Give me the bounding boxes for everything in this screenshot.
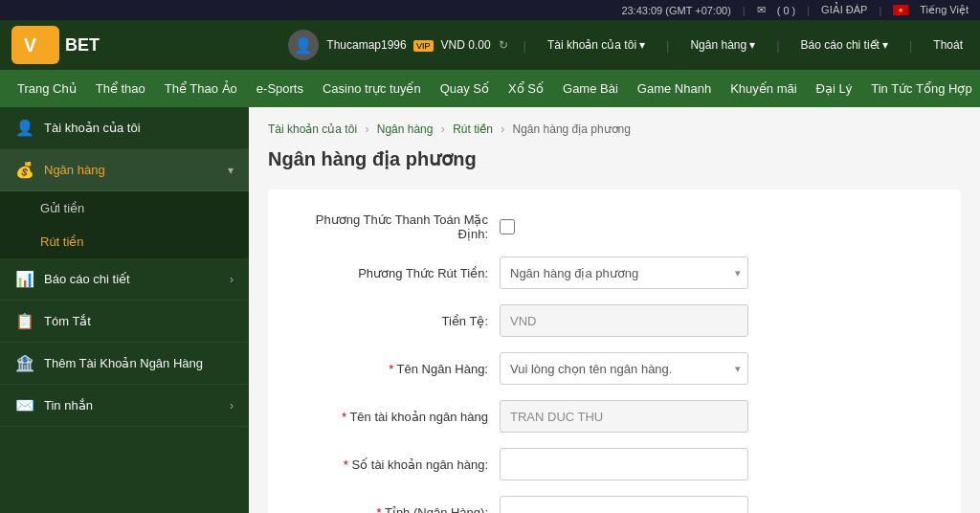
province-input[interactable] [500, 496, 748, 513]
nav-esports[interactable]: e-Sports [247, 70, 313, 107]
sidebar-item-bank[interactable]: 💰 Ngân hàng ▾ [0, 149, 249, 191]
nav-gamenhanh[interactable]: Game Nhanh [628, 70, 721, 107]
nav-gamebai[interactable]: Game Bài [553, 70, 628, 107]
currency-input [500, 304, 748, 337]
sidebar-withdraw[interactable]: Rút tiền [0, 225, 249, 258]
account-menu[interactable]: Tài khoản của tôi ▾ [542, 34, 651, 56]
report-menu[interactable]: Báo cáo chi tiết ▾ [795, 34, 894, 56]
sidebar-addbank-label: Thêm Tài Khoản Ngân Hàng [44, 356, 234, 370]
bank-name-select-wrapper: Vui lòng chọn tên ngân hàng. Vietcombank… [500, 352, 748, 385]
account-icon: 👤 [15, 119, 34, 137]
time-display: 23:43:09 (GMT +07:00) [621, 5, 730, 16]
logo-text: BET [65, 35, 100, 56]
account-name-label: Tên tài khoản ngân hàng [297, 410, 488, 424]
message-icon: ✉ [757, 4, 766, 16]
messages-icon: ✉️ [15, 396, 34, 414]
form-row-account-number: Số tài khoản ngân hàng: [297, 448, 932, 480]
avatar: 👤 [288, 30, 319, 60]
sidebar-item-report[interactable]: 📊 Báo cáo chi tiết › [0, 258, 249, 301]
nav-bar: Trang Chủ Thể thao Thể Thao Ảo e-Sports … [0, 70, 980, 107]
sidebar-report-label: Báo cáo chi tiết [44, 272, 220, 286]
account-number-label: Số tài khoản ngân hàng: [297, 457, 488, 472]
breadcrumb-current: Ngân hàng địa phương [513, 123, 631, 136]
header: V9 BET 👤 Thucamap1996 VIP VND 0.00 ↻ | T… [0, 20, 980, 70]
sidebar-account-label: Tài khoản của tôi [44, 121, 234, 135]
addbank-icon: 🏦 [15, 354, 34, 372]
withdraw-method-select-wrapper: Ngân hàng địa phương Ví điện tử Thẻ ngân… [500, 256, 748, 289]
lang-selector[interactable]: Tiếng Việt [920, 4, 969, 16]
nav-khuyenmai[interactable]: Khuyến mãi [721, 70, 806, 107]
nav-daily[interactable]: Đại Lý [807, 70, 862, 107]
form-row-province: Tỉnh (Ngân Hàng): [297, 496, 932, 513]
nav-casino[interactable]: Casino trực tuyến [313, 70, 431, 107]
username: Thucamap1996 VIP [326, 38, 433, 52]
logo: V9 BET [11, 26, 100, 64]
main-layout: 👤 Tài khoản của tôi 💰 Ngân hàng ▾ Gửi ti… [0, 107, 980, 513]
refresh-icon[interactable]: ↻ [499, 38, 508, 52]
nav-xoso[interactable]: Xổ Số [499, 70, 553, 107]
sidebar: 👤 Tài khoản của tôi 💰 Ngân hàng ▾ Gửi ti… [0, 107, 249, 513]
report-chevron-icon: › [230, 273, 234, 286]
sidebar-messages-label: Tin nhắn [44, 398, 220, 413]
currency-label: Tiền Tệ: [297, 314, 488, 328]
breadcrumb: Tài khoản của tôi › Ngân hàng › Rút tiền… [268, 123, 961, 136]
help-link[interactable]: GIẢI ĐÁP [821, 4, 867, 16]
province-label: Tỉnh (Ngân Hàng): [297, 505, 488, 514]
top-bar: 23:43:09 (GMT +07:00) | ✉ ( 0 ) | GIẢI Đ… [0, 0, 980, 20]
messages-chevron-icon: › [230, 399, 234, 413]
nav-thethaoao[interactable]: Thể Thao Ảo [155, 70, 247, 107]
nav-quayso[interactable]: Quay Số [431, 70, 499, 107]
summary-icon: 📋 [15, 312, 34, 330]
bank-chevron-icon: ▾ [228, 164, 234, 177]
form-row-bank-name: Tên Ngân Hàng: Vui lòng chọn tên ngân hà… [297, 352, 932, 385]
sidebar-summary-label: Tóm Tắt [44, 314, 234, 328]
withdraw-method-label: Phương Thức Rút Tiền: [297, 266, 488, 280]
account-number-input[interactable] [500, 448, 748, 480]
bank-menu[interactable]: Ngân hàng ▾ [684, 34, 761, 56]
default-payment-label: Phương Thức Thanh Toán Mặc Định: [297, 212, 488, 241]
form-row-account-name: Tên tài khoản ngân hàng [297, 400, 932, 433]
nav-tintuc[interactable]: Tin Tức Tổng Hợp [861, 70, 980, 107]
bank-name-select[interactable]: Vui lòng chọn tên ngân hàng. Vietcombank… [500, 352, 748, 385]
form-container: Phương Thức Thanh Toán Mặc Định: Phương … [268, 190, 961, 513]
breadcrumb-bank[interactable]: Ngân hàng [377, 123, 434, 136]
content-area: Tài khoản của tôi › Ngân hàng › Rút tiền… [249, 107, 980, 513]
vn-flag-icon: ★ [893, 5, 908, 15]
sidebar-deposit[interactable]: Gửi tiền [0, 191, 249, 225]
bank-name-label: Tên Ngân Hàng: [297, 362, 488, 376]
logo-icon: V9 [11, 26, 59, 64]
default-payment-checkbox[interactable] [500, 219, 515, 234]
nav-thethao[interactable]: Thể thao [86, 70, 155, 107]
breadcrumb-withdraw[interactable]: Rút tiền [453, 123, 493, 136]
bank-icon: 💰 [15, 161, 34, 179]
form-row-default-payment: Phương Thức Thanh Toán Mặc Định: [297, 212, 932, 241]
sidebar-item-addbank[interactable]: 🏦 Thêm Tài Khoản Ngân Hàng [0, 343, 249, 385]
sidebar-item-account[interactable]: 👤 Tài khoản của tôi [0, 107, 249, 149]
breadcrumb-account[interactable]: Tài khoản của tôi [268, 123, 357, 136]
sidebar-item-summary[interactable]: 📋 Tóm Tắt [0, 301, 249, 343]
sidebar-bank-label: Ngân hàng [44, 163, 218, 177]
balance-display: VND 0.00 [441, 38, 491, 52]
form-row-withdraw-method: Phương Thức Rút Tiền: Ngân hàng địa phươ… [297, 256, 932, 289]
report-icon: 📊 [15, 270, 34, 288]
page-title: Ngân hàng địa phương [268, 147, 961, 170]
account-name-input [500, 400, 748, 433]
sidebar-bank-submenu: Gửi tiền Rút tiền [0, 191, 249, 258]
message-count: ( 0 ) [777, 5, 796, 16]
user-info: 👤 Thucamap1996 VIP VND 0.00 ↻ [288, 30, 507, 60]
withdraw-method-select[interactable]: Ngân hàng địa phương Ví điện tử Thẻ ngân… [500, 256, 748, 289]
nav-trangchu[interactable]: Trang Chủ [8, 70, 86, 107]
sidebar-item-messages[interactable]: ✉️ Tin nhắn › [0, 385, 249, 427]
logout-button[interactable]: Thoát [927, 34, 969, 56]
form-row-currency: Tiền Tệ: [297, 304, 932, 337]
